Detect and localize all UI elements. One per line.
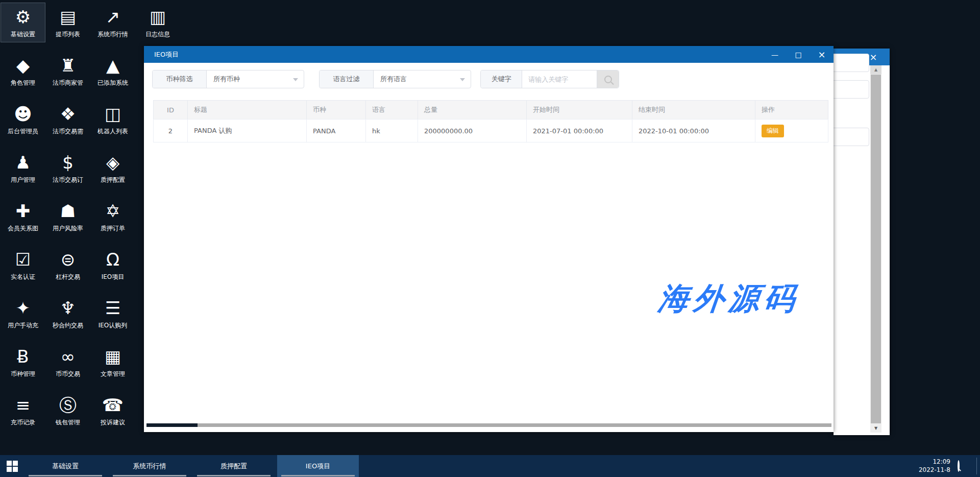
hscroll-dark-segment [146, 423, 198, 427]
taskbar-clock[interactable]: 12:09 2022-11-8 [919, 458, 950, 474]
column-header: 开始时间 [527, 100, 632, 119]
desktop-icon-label: 实名认证 [1, 273, 45, 281]
vertical-scrollbar[interactable]: ▲ ▼ [870, 65, 881, 433]
chevron-down-icon [293, 78, 298, 81]
language-filter-value: 所有语言 [380, 75, 407, 84]
show-desktop-separator[interactable] [976, 458, 977, 474]
desktop-icon-realname-auth[interactable]: ☑实名认证 [1, 246, 45, 284]
shield-icon: ☗ [46, 199, 90, 223]
keyword-search-group: 关键字 [480, 70, 619, 88]
phone-icon: ☎ [91, 393, 135, 417]
scrollbar-thumb[interactable] [871, 75, 881, 423]
taskbar-item-系统币行情[interactable]: 系统币行情 [109, 455, 190, 477]
desktop-icon-leverage-trade[interactable]: ⊜杠杆交易 [46, 246, 90, 284]
gear-icon: ⚙ [1, 5, 45, 29]
titlebar[interactable]: IEO项目 — □ × [144, 46, 834, 63]
desktop-icon-coin-trade[interactable]: ∞币币交易 [46, 343, 90, 381]
circle-lines-icon: ⊜ [46, 248, 90, 271]
language-filter-select[interactable]: 所有语言 [374, 70, 471, 88]
currency-filter-value: 所有币种 [213, 75, 240, 84]
table-cell: PANDA 认购 [188, 119, 307, 142]
desktop-icon-complaint-suggestion[interactable]: ☎投诉建议 [91, 391, 135, 430]
check-square-icon: ☑ [1, 248, 45, 271]
desktop-icon-label: 机器人列表 [91, 127, 135, 136]
desktop-icon-wallet-management[interactable]: Ⓢ钱包管理 [46, 391, 90, 430]
taskbar-item-IEO项目[interactable]: IEO项目 [277, 455, 359, 477]
taskbar-item-质押配置[interactable]: 质押配置 [193, 455, 275, 477]
chevron-down-icon [460, 78, 465, 81]
taskbar-item-label: 质押配置 [220, 462, 247, 471]
hscroll-thumb[interactable] [198, 423, 831, 427]
hexagon-icon: ✡ [91, 199, 135, 223]
taskbar-item-indicator [197, 475, 271, 476]
desktop-icon-coin-management[interactable]: Ƀ币种管理 [1, 343, 45, 381]
desktop-icon-label: 日志信息 [136, 30, 180, 39]
desktop-icon-withdraw-list[interactable]: ▤提币列表 [46, 3, 90, 42]
column-header: 语言 [366, 100, 418, 119]
area-chart-icon: ▲ [91, 54, 135, 77]
table-cell: 200000000.00 [418, 119, 527, 142]
desktop-icon-user-manual-recharge[interactable]: ✦用户手动充 [1, 294, 45, 333]
desktop-icon-ieo-project[interactable]: ΩIEO项目 [91, 246, 135, 284]
start-button[interactable] [0, 455, 24, 477]
desktop-icon-pledge-config[interactable]: ◈质押配置 [91, 149, 135, 187]
bg-form-field[interactable] [829, 128, 869, 146]
currency-filter-select[interactable]: 所有币种 [207, 70, 304, 88]
desktop-icon-recharge-record[interactable]: ≡充币记录 [1, 391, 45, 430]
desktop-icon-role-management[interactable]: ◆角色管理 [1, 52, 45, 90]
desktop-icon-user-management[interactable]: ♟用户管理 [1, 149, 45, 187]
desktop-icon-fiat-merchant-management[interactable]: ♜法币商家管 [46, 52, 90, 90]
desktop-icon-label: 杠杆交易 [46, 273, 90, 281]
desktop-icon-label: 角色管理 [1, 79, 45, 87]
scroll-down-icon[interactable]: ▼ [870, 424, 881, 433]
taskbar: 基础设置系统币行情质押配置IEO项目 12:09 2022-11-8 [0, 455, 980, 477]
maximize-button[interactable]: □ [787, 46, 810, 63]
window-title: IEO项目 [144, 50, 763, 59]
desktop-icon-label: IEO认购列 [91, 321, 135, 330]
taskbar-item-indicator [281, 475, 355, 476]
desktop-icon-label: 质押配置 [91, 176, 135, 184]
desktop-icon-robot-list[interactable]: ◫机器人列表 [91, 100, 135, 139]
taskbar-items: 基础设置系统币行情质押配置IEO项目 [24, 455, 361, 477]
scroll-up-icon[interactable]: ▲ [870, 65, 881, 74]
search-button[interactable] [597, 70, 619, 88]
desktop-icon-member-relation-graph[interactable]: ✚会员关系图 [1, 197, 45, 236]
desktop-icon-fiat-trade-demand[interactable]: ❖法币交易需 [46, 100, 90, 139]
desktop-icon-article-management[interactable]: ▦文章管理 [91, 343, 135, 381]
close-button[interactable]: × [810, 46, 834, 63]
mastercard-icon: ∞ [46, 345, 90, 368]
bg-form-field[interactable] [829, 54, 869, 72]
table-cell: hk [366, 119, 418, 142]
desktop-icon-ieo-subscribe-list[interactable]: ☰IEO认购列 [91, 294, 135, 333]
desktop-icon-basic-settings[interactable]: ⚙基础设置 [1, 3, 45, 42]
edit-button[interactable]: 编辑 [762, 125, 784, 137]
bg-form-field[interactable] [829, 80, 869, 99]
horizontal-scrollbar[interactable] [144, 423, 834, 427]
currency-filter-group: 币种筛选 所有币种 [152, 70, 304, 88]
skype-icon: Ⓢ [46, 393, 90, 417]
desktop-icon-label: IEO项目 [91, 273, 135, 281]
keyword-input[interactable] [522, 70, 597, 88]
desktop-icon-admin-manager[interactable]: ☻后台管理员 [1, 100, 45, 139]
unlock-icon: Ω [91, 248, 135, 271]
taskbar-item-基础设置[interactable]: 基础设置 [24, 455, 106, 477]
filter-bar: 币种筛选 所有币种 语言过滤 所有语言 关键字 [152, 70, 619, 88]
desktop-icon-pledge-order[interactable]: ✡质押订单 [91, 197, 135, 236]
desktop-icon-label: 法币商家管 [46, 79, 90, 87]
puzzle-icon: ✦ [1, 296, 45, 320]
desktop-icon-user-risk-rate[interactable]: ☗用户风险率 [46, 197, 90, 236]
desktop-icon-fiat-trade-order[interactable]: $法币交易订 [46, 149, 90, 187]
chat-button[interactable] [958, 461, 968, 469]
minimize-button[interactable]: — [763, 46, 787, 63]
desktop-icon-label: 用户风险率 [46, 224, 90, 233]
desktop-icon-label: 秒合约交易 [46, 321, 90, 330]
taskbar-item-label: IEO项目 [306, 462, 330, 471]
desktop-icon-label: 会员关系图 [1, 224, 45, 233]
desktop-icon-system-coin-market[interactable]: ↗系统币行情 [91, 3, 135, 42]
desktop-icon-log-info[interactable]: ▥日志信息 [136, 3, 180, 42]
desktop-icon-second-contract-trade[interactable]: ♆秒合约交易 [46, 294, 90, 333]
taskbar-item-label: 基础设置 [52, 462, 79, 471]
cube-icon: ◈ [91, 151, 135, 174]
desktop-icon-added-system[interactable]: ▲已添加系统 [91, 52, 135, 90]
ieo-project-window: IEO项目 — □ × 币种筛选 所有币种 语言过滤 所有语言 关键字 [144, 46, 834, 432]
